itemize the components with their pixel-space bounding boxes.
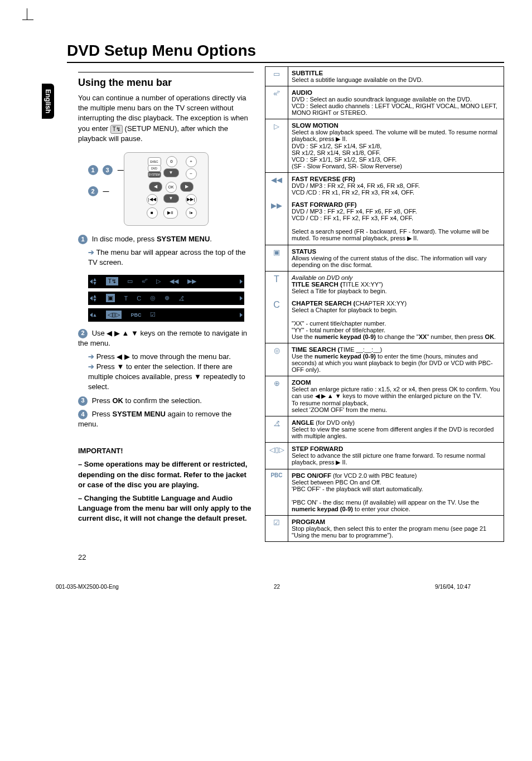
- down-arrow-icon: ▼: [163, 194, 179, 203]
- next-button-icon: ▶▶|: [186, 194, 197, 205]
- footer-center: 22: [274, 584, 280, 590]
- cell-text: Select a Chapter for playback to begin.: [292, 307, 398, 313]
- cell-text: " number, then press: [427, 333, 485, 340]
- footer-left: 001-035-MX2500-00-Eng: [56, 584, 119, 590]
- cell-text: VCD / CD : FF x1, FF x2, FF x3, FF x4, O…: [292, 215, 413, 221]
- important-block: IMPORTANT! – Some operations may be diff…: [78, 446, 254, 524]
- step-number: 1: [78, 235, 88, 244]
- table-row: ▷ SLOW MOTION Select a slow playback spe…: [265, 119, 504, 173]
- cell-text: Allows viewing of the current status of …: [292, 255, 487, 268]
- cell-text: Select to advance the still picture one …: [292, 452, 485, 466]
- cell-text: Select between PBC On and Off.: [292, 479, 381, 486]
- menu-bar-diagram: ▲▼ T↯ ▭ «ᴵ' ▷ ◀◀ ▶▶ ▲▼ ▣ T C ◎ ⊕ ⦨: [88, 275, 244, 322]
- cell-body: AUDIO DVD : Select an audio soundtrack l…: [288, 86, 504, 119]
- cell-text: Use the: [292, 353, 315, 360]
- stop-button-icon: ■: [147, 207, 158, 219]
- cell-title: PROGRAM: [292, 518, 325, 525]
- cell-text: Select a subtitle language available on …: [292, 76, 423, 83]
- time-icon: ◎: [265, 343, 288, 376]
- step-sub-text: Press ◀ ▶ to move through the menu bar.: [96, 352, 231, 361]
- cell-text: VCD : Select audio channels : LEFT VOCAL…: [292, 103, 497, 116]
- cell-text: Use the: [292, 333, 315, 340]
- cell-title: STATUS: [292, 248, 316, 255]
- cell-bold: OK: [485, 333, 495, 340]
- cell-text: DVD : Select an audio soundtrack languag…: [292, 96, 472, 103]
- cell-text: "XX" - current title/chapter number.: [292, 320, 386, 327]
- title-icon: T: [265, 272, 288, 298]
- left-column: Using the menu bar You can continue a nu…: [78, 66, 254, 542]
- angle-icon: ⦨: [265, 416, 288, 443]
- cell-text: DVD / MP3 : FR x2, FR x4, FR x6, FR x8, …: [292, 182, 420, 189]
- table-row: T Available on DVD only TITLE SEARCH (TI…: [265, 272, 504, 298]
- left-arrow-icon: ◀: [149, 182, 162, 192]
- callout-bubble: 3: [103, 165, 113, 175]
- step-sub-text: The menu bar will appear across the top …: [88, 248, 245, 266]
- audio-icon: «ᴵ': [265, 86, 288, 119]
- up-arrow-icon: ▼: [163, 168, 179, 177]
- cell-text: TIME __:__:__): [340, 346, 382, 353]
- forward-icon: ▶▶: [265, 198, 288, 245]
- strip-selector-arrows: ▲: [93, 311, 98, 319]
- table-row: ◁▯▷ STEP FORWARD Select to advance the s…: [265, 443, 504, 469]
- cell-text: 'PBC OFF' - the playback will start auto…: [292, 486, 423, 492]
- cell-body: SLOW MOTION Select a slow playback speed…: [288, 119, 504, 173]
- cell-body: ZOOM Select an enlarge picture ratio : x…: [288, 376, 504, 416]
- section-heading: Using the menu bar: [78, 77, 254, 89]
- pbc-strip-icon: PBC: [130, 312, 141, 318]
- cell-title: CHAPTER SEARCH (: [292, 300, 355, 307]
- cell-text: 'PBC ON' - the disc menu (if available) …: [292, 499, 479, 506]
- step-text: Press: [92, 396, 113, 405]
- setup-menu-icon: T↯: [110, 125, 123, 134]
- cell-text: "YY" - total number of title/chapter.: [292, 327, 385, 333]
- step-2-sub2: ➔ Press ▼ to enter the selection. If the…: [88, 362, 254, 392]
- divider: [78, 72, 254, 72]
- table-row: PBC PBC ON/OFF (for VCD 2.0 with PBC fea…: [265, 469, 504, 516]
- important-heading: IMPORTANT!: [78, 446, 254, 456]
- playpause-button-icon: ▶II: [163, 207, 178, 219]
- step-bold: SYSTEM MENU: [157, 235, 210, 243]
- cell-bold: numeric keypad (0-9): [315, 353, 376, 360]
- crop-marks: [22, 8, 39, 25]
- intro-paragraph: You can continue a number of operations …: [78, 93, 254, 144]
- page-number: 22: [78, 553, 504, 561]
- remote-diagram: 1, 3 — 2 — DISC 0 + DVD MENU SYSTEM − ▼ …: [124, 152, 209, 226]
- table-row: ▭ SUBTITLE Select a subtitle language av…: [265, 67, 504, 86]
- cell-title: ZOOM: [292, 379, 311, 386]
- cell-text: to enter your choice.: [353, 506, 410, 512]
- slow-strip-icon: ▷: [156, 278, 161, 285]
- cell-body: STATUS Allows viewing of the current sta…: [288, 245, 504, 272]
- menu-strip-row-1: ▲▼ T↯ ▭ «ᴵ' ▷ ◀◀ ▶▶: [88, 275, 244, 288]
- forward-strip-icon: ▶▶: [187, 278, 196, 285]
- step-number: 3: [78, 396, 88, 406]
- cell-title: STEP FORWARD: [292, 445, 343, 452]
- status-strip-icon: ▣: [106, 294, 115, 302]
- cell-text: VCD : SF x1/1, SF x1/2, SF x1/3, OFF.: [292, 156, 396, 163]
- step-bold: SYSTEM MENU: [112, 410, 165, 418]
- right-arrow-icon: ▶: [180, 182, 194, 192]
- callout-bubble: 1: [88, 165, 98, 175]
- cell-title: PBC ON/OFF: [292, 472, 331, 479]
- prev-button-icon: |◀◀: [147, 194, 158, 205]
- table-row: «ᴵ' AUDIO DVD : Select an audio soundtra…: [265, 86, 504, 119]
- cell-body: Available on DVD only TITLE SEARCH (TITL…: [288, 272, 504, 298]
- stepfwd-strip-icon: ◁▯▷: [106, 311, 122, 319]
- table-row: ◀◀ FAST REVERSE (FR) DVD / MP3 : FR x2, …: [265, 173, 504, 199]
- step-4: 4 Press SYSTEM MENU again to remove the …: [78, 409, 254, 429]
- menu-strip-row-3: ▲ ◁▯▷ PBC ☑: [88, 308, 244, 322]
- cell-title: FAST FORWARD (FF): [292, 201, 357, 208]
- cell-body: SUBTITLE Select a subtitle language avai…: [288, 67, 504, 86]
- cell-bold: numeric keypad (0-9): [292, 506, 353, 512]
- ok-button-icon: OK: [166, 182, 177, 193]
- diagram-callout-1-3: 1, 3 —: [88, 165, 124, 175]
- table-row: ▣ STATUS Allows viewing of the current s…: [265, 245, 504, 272]
- callout-bubble: 2: [88, 186, 98, 196]
- program-strip-icon: ☑: [150, 311, 156, 318]
- step-text: to confirm the selection.: [123, 396, 202, 405]
- cell-text: DVD : SF x1/2, SF x1/4, SF x1/8,: [292, 143, 381, 149]
- step-1-sub: ➔ The menu bar will appear across the to…: [88, 248, 254, 268]
- cell-body: PBC ON/OFF (for VCD 2.0 with PBC feature…: [288, 469, 504, 516]
- cell-title: TIME SEARCH (: [292, 346, 340, 353]
- plus-button-icon: +: [186, 156, 197, 167]
- table-row: ◎ TIME SEARCH (TIME __:__:__) Use the nu…: [265, 343, 504, 376]
- zoom-icon: ⊕: [265, 376, 288, 416]
